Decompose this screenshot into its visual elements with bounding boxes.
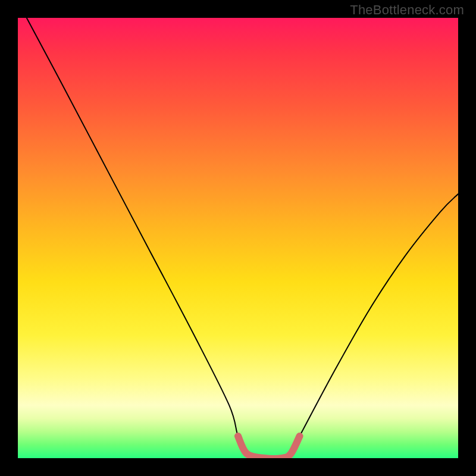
- plot-area: [18, 18, 458, 458]
- curve-line: [27, 18, 458, 458]
- watermark-text: TheBottleneck.com: [350, 2, 464, 18]
- chart-svg: [18, 18, 458, 458]
- flat-bottom-highlight: [238, 436, 300, 458]
